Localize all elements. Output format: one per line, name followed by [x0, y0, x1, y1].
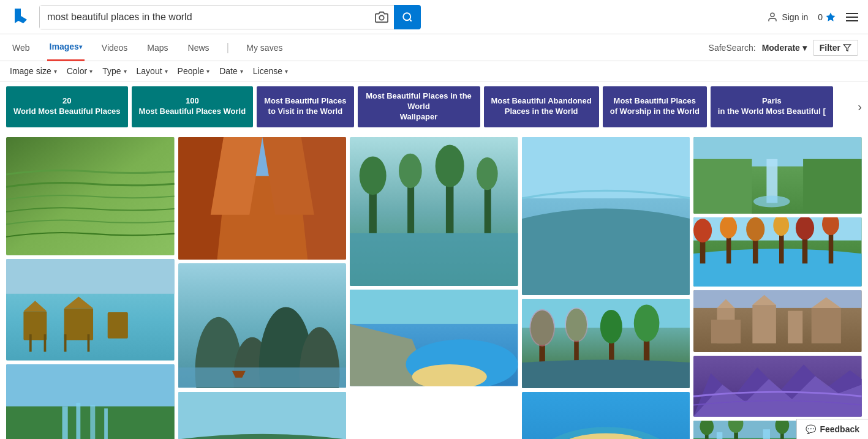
image-item-2[interactable] [6, 259, 175, 361]
svg-rect-44 [350, 233, 518, 286]
filter-button[interactable]: Filter [813, 40, 858, 56]
filter-image-size[interactable]: Image size [10, 66, 57, 76]
svg-point-39 [399, 153, 422, 187]
svg-point-3 [771, 13, 774, 17]
image-item-6[interactable] [178, 392, 347, 439]
camera-button[interactable] [369, 5, 394, 29]
svg-rect-12 [108, 312, 128, 339]
svg-rect-31 [178, 368, 347, 388]
svg-rect-90 [711, 320, 741, 343]
image-item-10[interactable] [522, 299, 690, 389]
related-chip-1[interactable]: 20World Most Beautiful Places [6, 86, 128, 127]
svg-rect-8 [23, 311, 47, 340]
svg-point-75 [693, 219, 712, 242]
svg-rect-99 [717, 432, 722, 439]
image-item-13[interactable] [693, 217, 862, 287]
related-chip-4[interactable]: Most Beautiful Places in the WorldWallpa… [358, 86, 480, 127]
header-right: Sign in 0 [767, 12, 858, 23]
related-searches-bar: 20World Most Beautiful Places 100Most Be… [0, 81, 868, 132]
svg-rect-21 [76, 403, 80, 439]
svg-point-79 [747, 217, 765, 241]
nav-divider: | [227, 41, 230, 54]
svg-rect-93 [788, 311, 803, 343]
feedback-icon: 💬 [806, 424, 816, 434]
image-item-5[interactable] [178, 263, 347, 388]
svg-line-2 [409, 19, 411, 21]
svg-point-43 [477, 157, 498, 190]
svg-rect-23 [104, 408, 108, 439]
related-chip-6[interactable]: Most Beautiful Placesof Worship in the W… [603, 86, 707, 127]
image-item-3[interactable] [6, 364, 175, 439]
svg-point-1 [403, 13, 410, 20]
bing-logo[interactable] [10, 6, 32, 28]
reward-count[interactable]: 0 [818, 12, 836, 23]
svg-rect-19 [6, 406, 175, 439]
nav-maps[interactable]: Maps [145, 34, 170, 61]
svg-point-41 [436, 144, 464, 187]
nav-mysaves[interactable]: My saves [244, 34, 285, 61]
svg-rect-14 [44, 334, 47, 351]
image-item-11[interactable] [522, 392, 690, 439]
svg-rect-50 [522, 137, 690, 198]
related-chip-5[interactable]: Most Beautiful AbandonedPlaces in the Wo… [484, 86, 599, 127]
svg-point-62 [565, 307, 588, 342]
nav-videos[interactable]: Videos [99, 34, 130, 61]
related-next-button[interactable]: › [858, 86, 862, 127]
svg-point-37 [360, 156, 387, 195]
svg-rect-13 [29, 334, 32, 351]
svg-rect-94 [812, 308, 841, 343]
svg-marker-4 [843, 44, 851, 51]
filter-layout[interactable]: Layout [137, 66, 168, 76]
image-item-4[interactable] [178, 137, 347, 260]
search-button[interactable] [394, 5, 421, 29]
feedback-button[interactable]: 💬 Feedback [796, 419, 868, 439]
nav-right: SafeSearch: Moderate ▾ Filter [709, 40, 858, 56]
sign-in-button[interactable]: Sign in [767, 12, 808, 23]
svg-point-61 [529, 309, 555, 347]
nav-news[interactable]: News [186, 34, 212, 61]
feedback-label: Feedback [820, 424, 859, 434]
nav-web[interactable]: Web [10, 34, 32, 61]
svg-rect-7 [6, 259, 175, 294]
svg-point-71 [753, 195, 790, 207]
svg-point-60 [634, 304, 660, 342]
filter-type[interactable]: Type [102, 66, 126, 76]
safesearch-label: SafeSearch: [709, 43, 756, 53]
search-input[interactable] [40, 6, 364, 29]
svg-rect-18 [6, 364, 175, 413]
svg-rect-20 [62, 406, 68, 439]
svg-rect-46 [350, 290, 518, 324]
nav-images[interactable]: Images [47, 34, 85, 61]
header: Sign in 0 [0, 0, 868, 34]
filter-color[interactable]: Color [67, 66, 92, 76]
image-grid [0, 132, 868, 439]
svg-point-0 [379, 15, 383, 20]
sign-in-label: Sign in [782, 12, 808, 22]
filter-license[interactable]: License [253, 66, 288, 76]
svg-rect-15 [64, 334, 67, 351]
svg-rect-16 [88, 334, 90, 351]
filter-date[interactable]: Date [219, 66, 243, 76]
safesearch-value[interactable]: Moderate ▾ [762, 43, 807, 53]
svg-rect-101 [763, 429, 770, 439]
filters-bar: Image size Color Type Layout People Date… [0, 61, 868, 81]
filter-people[interactable]: People [178, 66, 210, 76]
image-item-12[interactable] [693, 137, 862, 214]
nav-bar: Web Images Videos Maps News | My saves S… [0, 34, 868, 61]
related-chip-7[interactable]: Parisin the World Most Beautiful [ [711, 86, 833, 127]
svg-rect-91 [753, 305, 777, 343]
search-bar [39, 5, 394, 29]
image-item-7[interactable] [350, 137, 518, 286]
hamburger-menu[interactable] [846, 13, 858, 21]
related-chip-3[interactable]: Most Beautiful Placesto Visit in the Wor… [257, 86, 353, 127]
image-item-9[interactable] [522, 137, 690, 295]
image-item-14[interactable] [693, 290, 862, 352]
svg-point-58 [600, 310, 622, 343]
image-item-8[interactable] [350, 290, 518, 386]
image-item-1[interactable] [6, 137, 175, 255]
svg-rect-33 [178, 392, 347, 439]
related-chip-2[interactable]: 100Most Beautiful Places World [132, 86, 254, 127]
image-item-15[interactable] [693, 356, 862, 416]
svg-rect-22 [90, 405, 95, 439]
